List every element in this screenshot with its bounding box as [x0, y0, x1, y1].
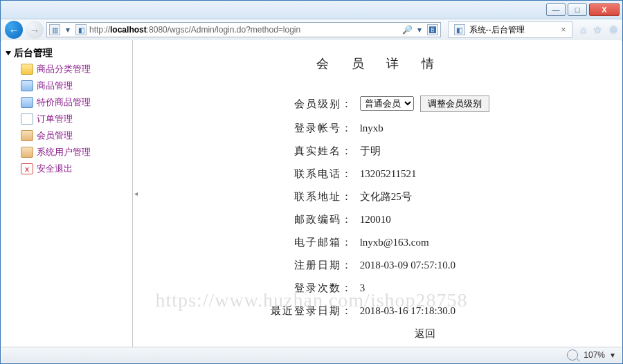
zoom-dropdown-icon[interactable]: ▾: [611, 350, 615, 360]
sidebar-item-sysusers[interactable]: 系统用户管理: [21, 146, 128, 158]
value-realname: 于明: [357, 140, 493, 162]
sidebar-item-orders[interactable]: 订单管理: [21, 113, 128, 125]
row-email: 电子邮箱：lnyxb@163.com: [268, 232, 493, 253]
favorites-icon[interactable]: ★: [593, 24, 602, 35]
label-level: 会员级别：: [268, 91, 356, 116]
value-address: 文化路25号: [357, 186, 493, 208]
tab-strip: ◧ 系统--后台管理 ×: [448, 21, 572, 38]
nav-forward-button[interactable]: →: [26, 21, 44, 39]
tab-title: 系统--后台管理: [469, 24, 525, 36]
label-phone: 联系电话：: [268, 163, 356, 185]
label-email: 电子邮箱：: [268, 232, 356, 253]
tree-children: 商品分类管理 商品管理 特价商品管理 订单管理 会员管理 系统用户管理 x安全退…: [21, 63, 128, 175]
label-lastlogin: 最近登录日期：: [268, 300, 356, 322]
value-phone: 13205211521: [357, 163, 493, 185]
label-address: 联系地址：: [268, 186, 356, 208]
search-icon[interactable]: 🔎: [402, 25, 412, 35]
url-text: http://localhost:8080/wgsc/Admin/login.d…: [89, 25, 399, 35]
zoom-icon[interactable]: [567, 349, 578, 361]
panel-splitter[interactable]: ◂: [133, 40, 138, 347]
window-maximize-button[interactable]: □: [568, 3, 587, 16]
tree-root[interactable]: 后台管理: [6, 47, 128, 60]
box-icon: [21, 80, 33, 91]
tab-favicon-icon: ◧: [454, 24, 465, 35]
user-icon: [21, 130, 33, 141]
sidebar-item-logout[interactable]: x安全退出: [21, 163, 128, 175]
search-dropdown-icon[interactable]: ▾: [415, 25, 424, 35]
sidebar-item-special[interactable]: 特价商品管理: [21, 96, 128, 109]
row-account: 登录帐号：lnyxb: [268, 118, 493, 139]
tree-collapse-icon: [6, 51, 11, 55]
row-postcode: 邮政编码：120010: [268, 209, 493, 230]
box-icon: [21, 97, 33, 108]
member-detail-table: 会员级别： 普通会员 调整会员级别 登录帐号：lnyxb 真实姓名：于明 联系电…: [267, 90, 494, 346]
page-title: 会 员 详 情: [152, 55, 608, 72]
sidebar-item-goods[interactable]: 商品管理: [21, 80, 128, 92]
main-panel: 会 员 详 情 会员级别： 普通会员 调整会员级别 登录帐号：lnyxb 真实姓…: [138, 40, 622, 347]
window-minimize-button[interactable]: —: [546, 3, 566, 16]
row-lastlogin: 最近登录日期：2018-03-16 17:18:30.0: [268, 300, 493, 322]
row-address: 联系地址：文化路25号: [268, 186, 493, 208]
row-back: 返回: [268, 323, 493, 345]
back-link[interactable]: 返回: [415, 328, 435, 339]
browser-toolbar: ← → ▥ ▾ ◧ http://localhost:8080/wgsc/Adm…: [1, 19, 622, 41]
tools-gear-icon[interactable]: ⚙: [609, 24, 618, 35]
sidebar-item-category[interactable]: 商品分类管理: [21, 63, 128, 75]
value-logins: 3: [357, 277, 493, 299]
adjust-level-button[interactable]: 调整会员级别: [420, 95, 489, 112]
site-favicon-icon: ◧: [75, 24, 87, 35]
home-icon[interactable]: ⌂: [581, 24, 586, 35]
value-regdate: 2018-03-09 07:57:10.0: [357, 255, 493, 276]
row-realname: 真实姓名：于明: [268, 140, 493, 162]
nav-back-button[interactable]: ←: [5, 21, 23, 39]
folder-icon: [21, 64, 33, 75]
row-logins: 登录次数：3: [268, 277, 493, 299]
tab-close-icon[interactable]: ×: [561, 25, 566, 35]
status-bar: 107% ▾: [1, 347, 622, 363]
addr-dropdown-icon[interactable]: ▾: [63, 25, 73, 35]
address-bar[interactable]: ▥ ▾ ◧ http://localhost:8080/wgsc/Admin/l…: [46, 22, 441, 37]
row-phone: 联系电话：13205211521: [268, 163, 493, 185]
value-postcode: 120010: [357, 209, 493, 230]
bing-icon[interactable]: 🅱: [427, 24, 438, 35]
window-titlebar: — □ X: [1, 1, 622, 19]
toolbar-right-icons: ⌂ ★ ⚙: [581, 24, 618, 35]
member-level-select[interactable]: 普通会员: [360, 96, 414, 111]
window-close-button[interactable]: X: [589, 3, 620, 16]
value-lastlogin: 2018-03-16 17:18:30.0: [357, 300, 493, 322]
ie-window: — □ X ← → ▥ ▾ ◧ http://localhost:8080/wg…: [0, 0, 623, 364]
page-content: 后台管理 商品分类管理 商品管理 特价商品管理 订单管理 会员管理 系统用户管理…: [1, 40, 622, 347]
exit-icon: x: [21, 163, 33, 174]
compat-view-icon[interactable]: ▥: [49, 24, 60, 35]
label-realname: 真实姓名：: [268, 140, 356, 162]
browser-tab[interactable]: ◧ 系统--后台管理 ×: [448, 21, 572, 38]
label-logins: 登录次数：: [268, 277, 356, 299]
label-regdate: 注册日期：: [268, 255, 356, 276]
row-level: 会员级别： 普通会员 调整会员级别: [268, 91, 493, 116]
label-postcode: 邮政编码：: [268, 209, 356, 230]
sidebar-item-members[interactable]: 会员管理: [21, 129, 128, 142]
value-account: lnyxb: [357, 118, 493, 139]
value-email: lnyxb@163.com: [357, 232, 493, 253]
tree-root-label: 后台管理: [14, 47, 53, 60]
zoom-value: 107%: [584, 350, 605, 360]
label-account: 登录帐号：: [268, 118, 356, 139]
user-icon: [21, 147, 33, 158]
document-icon: [21, 113, 33, 125]
row-regdate: 注册日期：2018-03-09 07:57:10.0: [268, 255, 493, 276]
admin-sidebar: 后台管理 商品分类管理 商品管理 特价商品管理 订单管理 会员管理 系统用户管理…: [1, 40, 133, 347]
